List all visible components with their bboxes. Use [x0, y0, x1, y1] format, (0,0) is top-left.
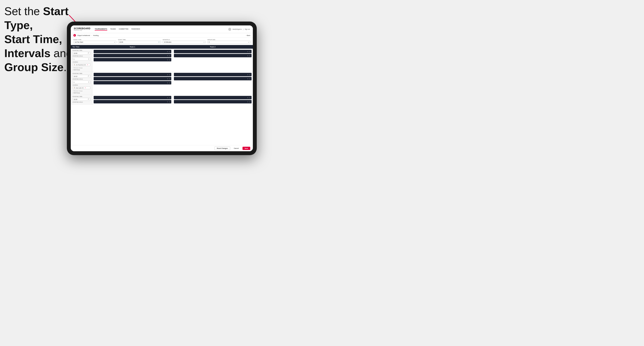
reset-changes-button[interactable]: Reset Changes — [214, 147, 230, 150]
player-expand[interactable]: ⊙ — [249, 97, 250, 98]
cancel-button[interactable]: Cancel — [232, 147, 241, 150]
table-row: STARTING TIME: 10:20 ⏱ STARTING HOLE: ✕ … — [71, 95, 253, 105]
course-icon-2: 🏌 — [74, 87, 75, 89]
breadcrumb-tournament[interactable]: Clippd Invitational — [77, 34, 90, 36]
table-row: STARTING TIME: 10:10 ⏱ STARTING HOLE: 1 … — [71, 72, 253, 95]
table-row: STARTING TIME: 10:00 ⏱ STARTING HOLE: 1 … — [71, 49, 253, 72]
team2-cell-2: ✕ ⊙ ✕ ⊙ — [172, 72, 253, 95]
player-remove[interactable]: ✕ — [167, 97, 168, 98]
list-item: ✕ ⊙ — [94, 96, 171, 99]
player-remove[interactable]: ✕ — [167, 51, 168, 52]
start-time-select[interactable]: 10:00 🕐 — [118, 41, 161, 43]
starting-time-label-3: STARTING TIME: — [72, 96, 90, 97]
time-stepper-2[interactable]: ⏱ — [88, 75, 89, 77]
logo-sub: Powered by clipp — [74, 30, 90, 31]
starting-time-input-3[interactable]: 10:20 ⏱ — [72, 98, 90, 101]
team1-cell-3: ✕ ⊙ ✕ ⊙ — [92, 95, 172, 105]
back-button[interactable]: ‹ Back — [246, 35, 250, 36]
course-label-1: COURSE: — [72, 61, 90, 63]
player-remove[interactable]: ✕ — [247, 51, 248, 52]
table-scroll[interactable]: STARTING TIME: 10:00 ⏱ STARTING HOLE: 1 … — [71, 49, 253, 145]
list-item: ✕ ⊙ — [94, 100, 171, 103]
starting-time-input-1[interactable]: 10:00 ⏱ — [72, 52, 90, 55]
th-team2: Team 2 — [172, 45, 253, 49]
hole-down-2[interactable]: ▼ — [88, 82, 89, 83]
list-item: ✕ ⊙ — [94, 50, 171, 53]
th-tee-time: Tee Time — [71, 45, 92, 49]
nav-link-rankings[interactable]: RANKINGS — [132, 28, 140, 31]
player-expand[interactable]: ⊙ — [169, 74, 170, 75]
player-expand[interactable]: ⊙ — [169, 51, 170, 52]
group-left-3: STARTING TIME: 10:20 ⏱ STARTING HOLE: — [71, 95, 92, 105]
team1-cell-2: ✕ ⊙ ✕ ⊙ ✕ ⊙ — [92, 72, 172, 95]
tablet-frame: SCOREBOARD Powered by clipp TOURNAMENTS … — [67, 21, 257, 155]
list-item: ✕ ⊙ — [94, 73, 171, 76]
player-expand[interactable]: ⊙ — [169, 55, 170, 56]
starting-time-input-2[interactable]: 10:10 ⏱ — [72, 75, 90, 78]
starting-hole-label-3: STARTING HOLE: — [72, 101, 90, 103]
player-expand[interactable]: ⊙ — [169, 82, 170, 84]
chevron-down-icon-3: ▾ — [248, 41, 249, 43]
starting-hole-input-1[interactable]: 1 ▲ ▼ — [72, 57, 90, 61]
add-group-1[interactable]: + Add Group — [72, 69, 90, 70]
player-expand[interactable]: ⊙ — [169, 97, 170, 98]
player-expand[interactable]: ⊙ — [249, 78, 250, 79]
course-remove-1[interactable]: × — [87, 64, 88, 65]
start-time-value: 10:00 — [119, 41, 123, 43]
player-remove[interactable]: ✕ — [247, 97, 248, 98]
player-expand[interactable]: ⊙ — [169, 78, 170, 79]
player-expand[interactable]: ⊙ — [249, 51, 250, 52]
bottom-bar: Reset Changes Cancel Save — [71, 145, 253, 151]
time-stepper-1[interactable]: ⏱ — [88, 52, 89, 54]
player-remove[interactable]: ✕ — [167, 82, 168, 84]
course-icon-1: 🏌 — [74, 64, 75, 65]
nav-link-teams[interactable]: TEAMS — [110, 28, 116, 31]
sign-out-link[interactable]: Sign out — [245, 28, 250, 30]
list-item: ✕ ⊙ — [94, 81, 171, 84]
group-left-1: STARTING TIME: 10:00 ⏱ STARTING HOLE: 1 … — [71, 49, 92, 72]
list-item: ✕ ⊙ — [174, 100, 252, 103]
breadcrumb-content: C Clippd Invitational › Hosting — [73, 34, 98, 37]
player-expand[interactable]: ⊙ — [169, 101, 170, 103]
logo-text: SCOREBOARD — [74, 27, 90, 30]
start-type-select[interactable]: 1st Tee Start ▾ — [73, 41, 116, 43]
player-expand[interactable]: ⊙ — [249, 55, 250, 56]
add-group-2[interactable]: + Add Group — [72, 92, 90, 94]
player-remove[interactable]: ✕ — [247, 78, 248, 79]
player-remove[interactable]: ✕ — [167, 74, 168, 75]
time-stepper-3[interactable]: ⏱ — [88, 98, 89, 100]
list-item: ✕ ⊙ — [174, 96, 252, 99]
nav-link-tournaments[interactable]: TOURNAMENTS — [95, 28, 107, 31]
remove-group-2[interactable]: ○ Remove Group — [72, 90, 82, 92]
starting-hole-input-2[interactable]: 1 ▲ ▼ — [72, 80, 90, 84]
starting-hole-label-1: STARTING HOLE: — [72, 55, 90, 57]
player-expand[interactable]: ⊙ — [169, 59, 170, 61]
player-remove[interactable]: ✕ — [167, 55, 168, 56]
group-size-value: 3 — [209, 41, 210, 43]
player-expand[interactable]: ⊙ — [249, 74, 250, 75]
clock-icon: 🕐 — [158, 41, 160, 43]
player-remove[interactable]: ✕ — [247, 101, 248, 103]
intervals-select[interactable]: 10 Minutes ▾ — [163, 41, 206, 43]
nav-link-committee[interactable]: COMMITTEE — [119, 28, 128, 31]
start-time-label: Start Time — [118, 39, 161, 40]
player-remove[interactable]: ✕ — [167, 101, 168, 103]
table-header: Tee Time Team 1 Team 2 — [71, 45, 253, 49]
start-type-group: Start Type 1st Tee Start ▾ — [73, 39, 116, 43]
remove-group-1[interactable]: ○ Remove Group — [72, 67, 82, 68]
chevron-down-icon: ▾ — [114, 41, 115, 43]
player-remove[interactable]: ✕ — [247, 74, 248, 75]
save-button[interactable]: Save — [242, 147, 250, 150]
course-remove-2[interactable]: × — [85, 87, 86, 89]
intervals-value: 10 Minutes — [164, 41, 171, 43]
player-remove[interactable]: ✕ — [167, 59, 168, 61]
player-remove[interactable]: ✕ — [167, 78, 168, 79]
chevron-down-icon-2: ▾ — [204, 41, 204, 43]
player-remove[interactable]: ✕ — [247, 55, 248, 56]
hole-down-1[interactable]: ▼ — [88, 59, 89, 60]
avatar — [228, 28, 231, 31]
group-left-2: STARTING TIME: 10:10 ⏱ STARTING HOLE: 1 … — [71, 72, 92, 95]
group-size-select[interactable]: 3 ▾ — [207, 41, 250, 43]
breadcrumb-separator: › — [91, 35, 92, 36]
player-expand[interactable]: ⊙ — [249, 101, 250, 103]
